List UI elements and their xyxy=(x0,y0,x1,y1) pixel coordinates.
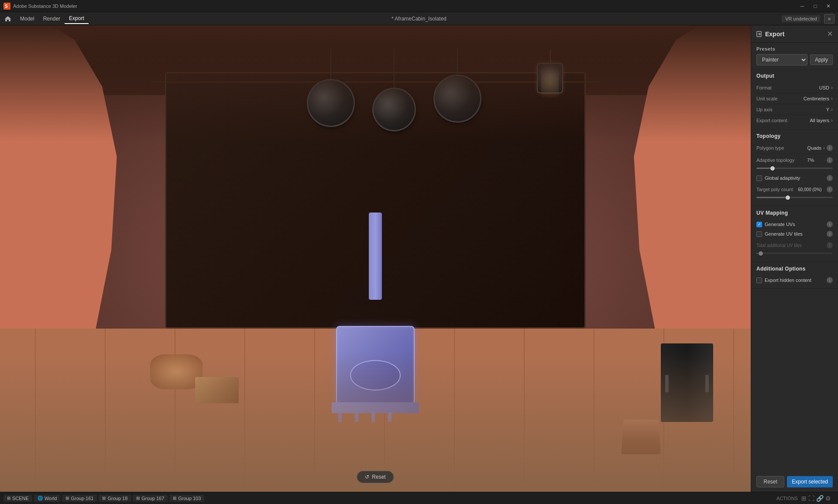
panel-close-button[interactable]: ✕ xyxy=(827,30,833,38)
generate-uv-tiles-info[interactable]: i xyxy=(827,231,833,237)
presets-label: Presets xyxy=(756,46,833,51)
topology-section: Topology Polygon type Quads › i Adaptive… xyxy=(751,130,838,206)
export-hidden-content-label: Export hidden content xyxy=(765,278,811,283)
target-poly-container: Target poly count 60,000 (0%) i xyxy=(756,183,833,202)
group167-icon: ⊞ xyxy=(136,496,140,501)
global-adaptivity-row[interactable]: Global adaptivity i xyxy=(756,173,833,183)
uv-tiles-thumb[interactable] xyxy=(759,251,763,256)
format-chevron[interactable]: › xyxy=(831,85,833,91)
export-hidden-content-info[interactable]: i xyxy=(827,277,833,283)
maximize-button[interactable]: □ xyxy=(809,2,821,10)
world-label: World xyxy=(45,496,57,501)
polygon-type-info[interactable]: i xyxy=(827,145,833,151)
viewport-reset-button[interactable]: ↺ Reset xyxy=(357,471,394,483)
generate-uv-tiles-row[interactable]: Generate UV tiles i xyxy=(756,229,833,239)
breadcrumb-group167[interactable]: ⊞ Group 167 xyxy=(133,495,168,502)
action-buttons: Reset Export selected xyxy=(751,472,838,492)
app-icon: S xyxy=(3,3,10,10)
target-poly-track xyxy=(756,197,833,198)
world-icon: 🌐 xyxy=(38,496,43,501)
titlebar: S Adobe Substance 3D Modeler ─ □ ✕ xyxy=(0,0,838,12)
uv-tiles-label: Total additional UV tiles xyxy=(756,243,802,248)
export-icon xyxy=(756,31,762,37)
reset-icon: ↺ xyxy=(365,474,369,480)
uv-tiles-slider[interactable] xyxy=(756,250,833,257)
generate-uvs-checkbox[interactable] xyxy=(756,222,762,227)
breadcrumb-group103[interactable]: ⊞ Group 103 xyxy=(169,495,204,502)
target-poly-row: Target poly count 60,000 (0%) i xyxy=(756,185,833,194)
export-content-row[interactable]: Export content All layers › xyxy=(756,115,833,126)
up-axis-label: Up axis xyxy=(756,107,773,112)
target-poly-fill xyxy=(756,197,787,198)
menu-item-render[interactable]: Render xyxy=(39,14,65,24)
generate-uv-tiles-label: Generate UV tiles xyxy=(765,231,803,237)
app-title: Adobe Substance 3D Modeler xyxy=(13,3,796,9)
unit-scale-chevron[interactable]: › xyxy=(831,96,833,102)
adaptive-topology-track xyxy=(756,168,833,169)
group167-label: Group 167 xyxy=(141,496,164,501)
target-poly-info[interactable]: i xyxy=(827,186,833,192)
unit-scale-label: Unit scale xyxy=(756,96,777,101)
target-poly-value: 60,000 (0%) xyxy=(798,187,821,192)
unit-scale-value: Centimeters xyxy=(804,96,829,101)
presets-select[interactable]: Painter glTF USD xyxy=(756,54,807,65)
adaptive-topology-slider[interactable] xyxy=(756,165,833,171)
uv-tiles-row: Total additional UV tiles i xyxy=(756,240,833,250)
global-adaptivity-label: Global adaptivity xyxy=(765,175,800,181)
uv-tiles-container: Total additional UV tiles i xyxy=(756,239,833,258)
global-adaptivity-info[interactable]: i xyxy=(827,175,833,181)
up-axis-row[interactable]: Up axis Y › xyxy=(756,104,833,115)
up-axis-chevron[interactable]: › xyxy=(831,106,833,113)
global-adaptivity-checkbox[interactable] xyxy=(756,175,762,181)
output-title: Output xyxy=(756,73,833,79)
link-button[interactable]: 🔗 xyxy=(816,495,824,502)
uv-mapping-title: UV Mapping xyxy=(756,210,833,216)
menu-item-model[interactable]: Model xyxy=(16,14,39,24)
scene-indicator[interactable]: ⊞ SCENE xyxy=(3,495,32,502)
export-content-chevron[interactable]: › xyxy=(831,117,833,123)
output-section: Output Format USD › Unit scale Centimete… xyxy=(751,69,838,130)
viewport[interactable]: ↺ Reset xyxy=(0,25,751,492)
up-axis-value: Y xyxy=(826,107,829,112)
adaptive-topology-info[interactable]: i xyxy=(827,157,833,163)
breadcrumb-group161[interactable]: ⊞ Group 161 xyxy=(62,495,97,502)
breadcrumb-group18[interactable]: ⊞ Group 18 xyxy=(99,495,131,502)
settings-button[interactable]: ⚙ xyxy=(825,495,831,502)
reset-button[interactable]: Reset xyxy=(756,476,784,487)
generate-uv-tiles-checkbox[interactable] xyxy=(756,231,762,237)
unit-scale-row[interactable]: Unit scale Centimeters › xyxy=(756,93,833,104)
generate-uvs-row[interactable]: Generate UVs i xyxy=(756,219,833,229)
up-axis-value-area: Y › xyxy=(826,106,833,113)
home-icon xyxy=(4,15,11,22)
export-hidden-content-row[interactable]: Export hidden content i xyxy=(756,275,833,285)
adaptive-topology-label: Adaptive topology xyxy=(756,158,794,163)
grid-view-button[interactable]: ⊞ xyxy=(801,495,807,502)
menu-item-export[interactable]: Export xyxy=(65,14,89,24)
panel-inner: Presets Painter glTF USD Apply Output Fo… xyxy=(751,43,838,492)
format-row[interactable]: Format USD › xyxy=(756,82,833,93)
menubar: Model Render Export * AframeCabin_Isolat… xyxy=(0,12,838,25)
export-content-value: All layers xyxy=(810,118,829,123)
export-content-value-area: All layers › xyxy=(810,117,833,123)
generate-uvs-info[interactable]: i xyxy=(827,221,833,227)
adaptive-topology-thumb[interactable] xyxy=(770,166,775,171)
breadcrumb-world[interactable]: 🌐 World xyxy=(34,495,61,502)
target-poly-thumb[interactable] xyxy=(786,195,790,200)
minimize-button[interactable]: ─ xyxy=(796,2,808,10)
format-value: USD xyxy=(819,85,829,90)
close-button[interactable]: ✕ xyxy=(822,2,835,10)
unit-scale-value-area: Centimeters › xyxy=(804,96,833,102)
polygon-type-chevron[interactable]: › xyxy=(823,145,825,151)
fullscreen-button[interactable]: ⛶ xyxy=(808,495,814,502)
export-selected-button[interactable]: Export selected xyxy=(787,476,833,487)
home-button[interactable] xyxy=(2,13,14,25)
apply-button[interactable]: Apply xyxy=(810,55,833,65)
polygon-type-row[interactable]: Polygon type Quads › i xyxy=(756,143,833,154)
export-hidden-content-checkbox[interactable] xyxy=(756,278,762,283)
panel-toggle-button[interactable]: ≡ xyxy=(824,14,835,24)
uv-tiles-info[interactable]: i xyxy=(827,242,833,248)
additional-options-title: Additional Options xyxy=(756,266,833,272)
target-poly-slider[interactable] xyxy=(756,194,833,201)
adaptive-topology-row: Adaptive topology 7% i xyxy=(756,155,833,165)
main-layout: ↺ Reset Export ✕ Presets P xyxy=(0,25,838,492)
